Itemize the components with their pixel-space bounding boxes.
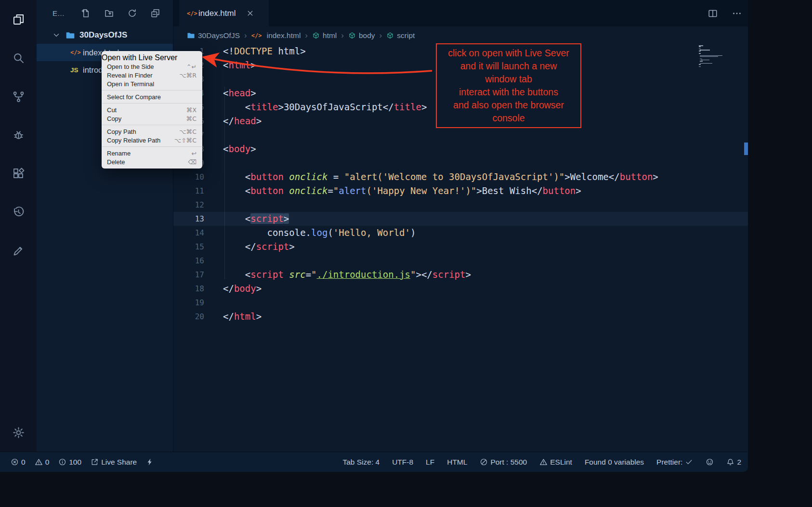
code-line-13[interactable]: 13 <script> [173, 212, 748, 226]
status-utf-8[interactable]: UTF-8 [392, 458, 413, 467]
code-line-14[interactable]: 14 console.log('Hello, World') [173, 226, 748, 240]
code-line-12[interactable]: 12 [173, 198, 748, 212]
menu-item-rename[interactable]: Rename↩ [102, 149, 202, 157]
code-line-15[interactable]: 15 </script> [173, 240, 748, 254]
more-icon[interactable] [732, 8, 742, 19]
code-line-20[interactable]: 20</html> [173, 310, 748, 324]
breadcrumb: 30DaysOfJS›</>index.html›html›body›scrip… [173, 26, 748, 44]
code-line-16[interactable]: 16 [173, 254, 748, 268]
new-folder-icon[interactable] [104, 8, 114, 18]
status-eslint[interactable]: ESLint [539, 458, 572, 467]
code-line-content: <title>30DaysOfJavaScript</title> [223, 100, 427, 114]
status-label: 100 [69, 458, 81, 467]
tab-label: index.html [198, 9, 236, 18]
activity-extensions[interactable] [0, 154, 37, 193]
chevron-right-icon: › [380, 31, 382, 40]
menu-item-shortcut: ⌃↵ [186, 63, 196, 70]
breadcrumb-script[interactable]: script [386, 31, 415, 40]
code-line-8[interactable]: 8<body> [173, 142, 748, 156]
menu-item-reveal-in-finder[interactable]: Reveal in Finder⌥⌘R [102, 71, 202, 79]
status-0[interactable]: 0 [35, 458, 50, 467]
context-menu: Open with Live ServerOpen to the Side⌃↵R… [102, 51, 202, 169]
minimap-line [700, 63, 712, 64]
code-line-17[interactable]: 17 <script src="./introduction.js"></scr… [173, 268, 748, 282]
annotation-line: console [438, 112, 579, 125]
status-label: Prettier: [656, 458, 682, 467]
folder-row-30daysofjs[interactable]: 30DaysOfJS [37, 26, 173, 44]
smiley-icon [706, 458, 714, 466]
breadcrumb-30daysofjs[interactable]: 30DaysOfJS [187, 31, 240, 40]
bell-icon [726, 458, 734, 466]
status-2[interactable]: 2 [726, 458, 741, 467]
code-line-11[interactable]: 11 <button onclick="alert('Happy New Yea… [173, 184, 748, 198]
menu-item-cut[interactable]: Cut⌘X [102, 105, 202, 114]
breadcrumb-label: script [397, 31, 415, 40]
status-bolt-indicator[interactable] [146, 458, 154, 466]
status-port-5500[interactable]: Port : 5500 [480, 458, 527, 467]
status-tab-size-4[interactable]: Tab Size: 4 [342, 458, 380, 467]
minimap[interactable] [699, 45, 740, 67]
menu-item-open-to-the-side[interactable]: Open to the Side⌃↵ [102, 62, 202, 71]
activity-search[interactable] [0, 39, 37, 77]
activity-debug[interactable] [0, 116, 37, 154]
code-line-content: <button onclick="alert('Happy New Year!'… [223, 184, 581, 198]
status-prettier[interactable]: Prettier: [656, 458, 693, 467]
menu-item-select-for-compare[interactable]: Select for Compare [102, 92, 202, 101]
menu-item-open-with-live-server[interactable]: Open with Live Server [102, 53, 202, 62]
new-file-icon[interactable] [81, 8, 91, 18]
menu-item-label: Copy [107, 115, 121, 122]
status-0[interactable]: 0 [11, 458, 26, 467]
annotation-line: interact with the buttons [438, 86, 579, 99]
code-line-18[interactable]: 18</body> [173, 282, 748, 296]
status-html[interactable]: HTML [447, 458, 467, 467]
menu-item-open-in-terminal[interactable]: Open in Terminal [102, 79, 202, 88]
status-label: Found 0 variables [585, 458, 644, 467]
activity-history[interactable] [0, 193, 37, 231]
breadcrumb-label: 30DaysOfJS [198, 31, 240, 40]
menu-item-label: Delete [107, 158, 125, 166]
code-line-7[interactable]: 7 [173, 128, 748, 142]
tab-index-html[interactable]: </> index.html [179, 0, 269, 26]
code-line-19[interactable]: 19 [173, 296, 748, 310]
status-label: LF [426, 458, 434, 467]
status-found-0-variables[interactable]: Found 0 variables [585, 458, 644, 467]
collapse-all-icon[interactable] [150, 8, 160, 18]
code-line-content: <body> [223, 142, 256, 156]
status-live-share[interactable]: Live Share [91, 458, 137, 467]
breadcrumb-html[interactable]: html [312, 31, 337, 40]
menu-item-shortcut: ⌘C [186, 115, 196, 122]
activity-source-control[interactable] [0, 77, 37, 116]
menu-divider [102, 103, 202, 104]
share-icon [91, 458, 99, 466]
status-lf[interactable]: LF [426, 458, 434, 467]
activity-explorer[interactable] [0, 0, 37, 39]
breadcrumb-index-html[interactable]: </>index.html [251, 31, 301, 40]
gutter-line-number: 18 [173, 282, 204, 296]
activity-settings[interactable] [0, 413, 37, 452]
breadcrumb-label: body [359, 31, 375, 40]
menu-item-delete[interactable]: Delete⌫ [102, 157, 202, 166]
menu-item-copy-path[interactable]: Copy Path⌥⌘C [102, 127, 202, 136]
activity-pen[interactable] [0, 231, 37, 270]
warning-icon [539, 458, 548, 466]
menu-item-copy[interactable]: Copy⌘C [102, 114, 202, 123]
minimap-line [701, 60, 709, 61]
menu-item-shortcut: ↩ [192, 150, 196, 157]
refresh-icon[interactable] [127, 8, 137, 18]
code-line-9[interactable]: 9 [173, 156, 748, 170]
gutter-line-number: 12 [173, 198, 204, 212]
close-icon[interactable] [246, 9, 254, 17]
status-100[interactable]: 100 [58, 458, 81, 467]
annotation-line: click on open with Live Sever [438, 47, 579, 60]
code-line-content: <button onclick = "alert('Welcome to 30D… [223, 170, 658, 184]
menu-item-copy-relative-path[interactable]: Copy Relative Path⌥⇧⌘C [102, 136, 202, 144]
split-icon[interactable] [707, 8, 718, 19]
status-smiley-indicator[interactable] [706, 458, 714, 466]
breadcrumb-body[interactable]: body [348, 31, 375, 40]
code-line-content: <script src="./introduction.js"></script… [223, 268, 471, 282]
code-line-10[interactable]: 10 <button onclick = "alert('Welcome to … [173, 170, 748, 184]
minimap-line [699, 49, 701, 50]
status-label: Live Share [101, 458, 137, 467]
editor-actions [707, 0, 742, 26]
menu-item-label: Copy Path [107, 128, 136, 135]
